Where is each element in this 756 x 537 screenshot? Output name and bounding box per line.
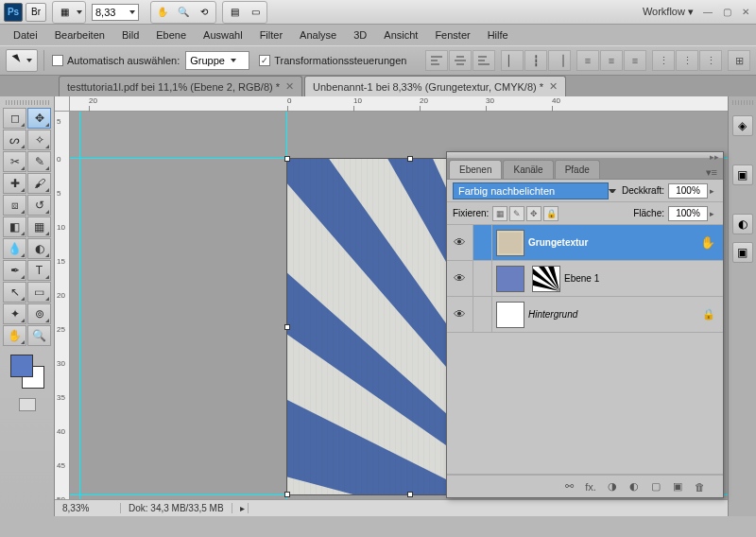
dist-top-icon[interactable]: ≡	[576, 50, 599, 71]
menu-datei[interactable]: Datei	[6, 26, 45, 43]
auto-select-checkbox[interactable]: Automatisch auswählen:	[52, 55, 180, 66]
heal-tool[interactable]: ✚	[3, 173, 26, 194]
menu-ansicht[interactable]: Ansicht	[376, 26, 425, 43]
ruler-horizontal[interactable]: 20 0 10 20 30 40	[70, 96, 728, 112]
gradient-tool[interactable]: ▦	[27, 217, 51, 237]
fill-slider-icon[interactable]: ▸	[710, 209, 717, 218]
status-zoom[interactable]: 8,33%	[55, 503, 121, 513]
layer-row[interactable]: 👁 Grungetextur ✋	[447, 225, 723, 261]
panel-grip[interactable]: ▸▸	[447, 152, 723, 159]
color-swatches[interactable]	[9, 353, 46, 390]
lasso-tool[interactable]: ᔕ	[3, 130, 26, 150]
zoom-tool[interactable]: 🔍	[27, 325, 51, 346]
mask-thumbnail[interactable]	[532, 266, 560, 292]
link-column[interactable]	[473, 261, 492, 296]
align-bottom-icon[interactable]	[472, 50, 495, 71]
crop-tool[interactable]: ✂	[3, 151, 26, 172]
app-logo[interactable]: Ps	[4, 3, 23, 22]
tab-pfade[interactable]: Pfade	[555, 160, 600, 179]
lock-pixels-icon[interactable]: ✎	[509, 206, 524, 221]
film-icon[interactable]: ▦	[54, 3, 75, 22]
ruler-vertical[interactable]: 5 0 5 10 15 20 25 30 35 40 45 50	[55, 112, 70, 516]
panel-grip[interactable]	[6, 100, 49, 105]
status-more-icon[interactable]: ▸	[232, 503, 249, 513]
workspace-switcher[interactable]: Workflow ▾	[643, 6, 694, 18]
doc-tab-1[interactable]: testtutoria1l.pdf bei 11,1% (Ebene 2, RG…	[59, 76, 302, 96]
dodge-tool[interactable]: ◐	[27, 238, 51, 259]
layer-thumbnail[interactable]	[496, 266, 524, 292]
bridge-button[interactable]: Br	[26, 3, 46, 22]
transform-controls-checkbox[interactable]: ✓Transformationssteuerungen	[259, 55, 406, 66]
minimize-button[interactable]: —	[701, 6, 714, 19]
menu-analyse[interactable]: Analyse	[292, 26, 344, 43]
type-tool[interactable]: T	[27, 260, 51, 281]
close-button[interactable]: ✕	[739, 6, 752, 19]
guide[interactable]	[79, 112, 80, 499]
arrange-icon[interactable]: ▤	[224, 3, 245, 22]
pen-tool[interactable]: ✒	[3, 260, 26, 281]
stamp-tool[interactable]: ⧇	[3, 195, 26, 216]
collapse-icon[interactable]: ▸▸	[710, 152, 719, 158]
group-icon[interactable]: ▢	[646, 478, 665, 495]
menu-auswahl[interactable]: Auswahl	[196, 26, 250, 43]
hand-icon[interactable]: ✋	[152, 3, 173, 22]
menu-3d[interactable]: 3D	[346, 26, 374, 43]
hand-tool[interactable]: ✋	[3, 325, 26, 346]
mask-icon[interactable]: ◑	[603, 478, 622, 495]
layer-row[interactable]: 👁 Hintergrund 🔒	[447, 297, 723, 333]
menu-bearbeiten[interactable]: Bearbeiten	[47, 26, 112, 43]
fx-icon[interactable]: fx.	[581, 478, 600, 495]
opacity-slider-icon[interactable]: ▸	[710, 186, 717, 196]
menu-fenster[interactable]: Fenster	[427, 26, 477, 43]
marquee-tool[interactable]: ◻	[3, 108, 26, 129]
rotate-view-icon[interactable]: ⟲	[194, 3, 215, 22]
align-right-icon[interactable]: ▕	[548, 50, 571, 71]
fill-value[interactable]: 100%	[668, 206, 708, 221]
zoom-select[interactable]: 8,33	[92, 4, 139, 21]
wand-tool[interactable]: ✧	[27, 130, 51, 150]
chevron-down-icon[interactable]	[609, 189, 616, 193]
menu-bild[interactable]: Bild	[114, 26, 146, 43]
eraser-tool[interactable]: ◧	[3, 217, 26, 237]
visibility-icon[interactable]: 👁	[447, 225, 473, 260]
align-left-icon[interactable]: ▏	[501, 50, 524, 71]
close-icon[interactable]: ✕	[549, 80, 558, 93]
visibility-icon[interactable]: 👁	[447, 297, 473, 332]
close-icon[interactable]: ✕	[285, 80, 294, 93]
dock-layers-icon[interactable]: ◈	[732, 115, 753, 136]
dist-left-icon[interactable]: ⋮	[652, 50, 675, 71]
delete-layer-icon[interactable]: 🗑	[690, 478, 709, 495]
layer-row[interactable]: 👁 Ebene 1	[447, 261, 723, 297]
dist-right-icon[interactable]: ⋮	[699, 50, 722, 71]
dist-hcenter-icon[interactable]: ⋮	[676, 50, 698, 71]
eyedropper-tool[interactable]: ✎	[27, 151, 51, 172]
layer-name[interactable]: Ebene 1	[564, 273, 723, 284]
path-select-tool[interactable]: ↖	[3, 282, 26, 303]
link-column[interactable]	[473, 225, 492, 260]
move-tool[interactable]: ✥	[27, 108, 51, 129]
blend-mode-select[interactable]: Farbig nachbelichten	[453, 182, 609, 199]
panel-grip[interactable]	[732, 100, 753, 105]
3d-camera-tool[interactable]: ⊚	[27, 303, 51, 324]
layer-thumbnail[interactable]	[496, 302, 524, 328]
brush-tool[interactable]: 🖌	[27, 173, 51, 194]
adjustment-icon[interactable]: ◐	[625, 478, 644, 495]
status-docsize[interactable]: Dok: 34,3 MB/33,5 MB	[121, 503, 232, 513]
align-hcenter-icon[interactable]: ┇	[524, 50, 547, 71]
current-tool-icon[interactable]	[6, 49, 38, 72]
align-top-icon[interactable]	[425, 50, 448, 71]
blur-tool[interactable]: 💧	[3, 238, 26, 259]
lock-position-icon[interactable]: ✥	[526, 206, 541, 221]
opacity-value[interactable]: 100%	[668, 183, 708, 199]
maximize-button[interactable]: ▢	[720, 6, 733, 19]
dock-history-icon[interactable]: ▣	[732, 165, 753, 185]
tab-kanaele[interactable]: Kanäle	[503, 160, 553, 179]
tab-ebenen[interactable]: Ebenen	[449, 160, 502, 179]
quickmask-toggle[interactable]	[19, 398, 36, 411]
zoom-icon[interactable]: 🔍	[173, 3, 194, 22]
auto-select-target[interactable]: Gruppe	[185, 51, 249, 70]
launch-more[interactable]	[75, 3, 84, 22]
dist-bottom-icon[interactable]: ≡	[624, 50, 646, 71]
screenmode-icon[interactable]: ▭	[245, 3, 266, 22]
menu-hilfe[interactable]: Hilfe	[480, 26, 516, 43]
